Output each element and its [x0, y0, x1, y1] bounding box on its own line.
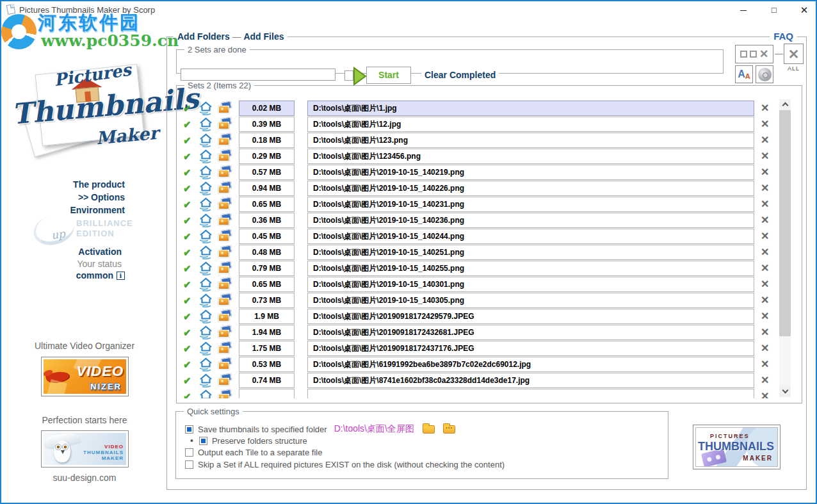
pictures-stack-icon[interactable]	[218, 294, 232, 306]
rebuild-thumbnail-icon[interactable]	[198, 117, 213, 134]
scroll-down-button[interactable]	[779, 386, 791, 397]
scroll-up-button[interactable]	[779, 99, 791, 110]
pictures-stack-icon[interactable]	[218, 278, 232, 290]
delete-item-icon[interactable]: ✕	[761, 278, 769, 290]
delete-item-icon[interactable]: ✕	[761, 134, 769, 146]
rebuild-thumbnail-icon[interactable]	[198, 277, 213, 294]
list-item[interactable]: ✔0.65 MBD:\tools\桌面\图片\2019-10-15_140231…	[181, 197, 776, 213]
rebuild-thumbnail-icon[interactable]	[198, 133, 213, 150]
pictures-stack-icon[interactable]	[218, 118, 232, 130]
delete-item-icon[interactable]: ✕	[761, 166, 769, 178]
pictures-stack-icon[interactable]	[218, 246, 232, 258]
faq-link[interactable]: FAQ	[770, 31, 797, 42]
item-path[interactable]: D:\tools\桌面\图片\123456.png	[307, 149, 754, 164]
rebuild-thumbnail-icon[interactable]	[198, 373, 213, 390]
item-path[interactable]: D:\tools\桌面\图片\2019-10-15_140251.png	[307, 245, 754, 260]
clear-completed-button[interactable]: Clear Completed	[421, 68, 499, 83]
item-path[interactable]: D:\tools\桌面\图片\61991992bea6be3897b7c02e2…	[307, 357, 754, 372]
close-button[interactable]: ✕	[797, 3, 811, 17]
delete-item-icon[interactable]: ✕	[761, 118, 769, 130]
pictures-stack-icon[interactable]	[218, 262, 232, 274]
rebuild-thumbnail-icon[interactable]	[198, 309, 213, 326]
pictures-stack-icon[interactable]	[218, 374, 232, 386]
item-path[interactable]: D:\tools\桌面\图片\2019-10-15_140231.png	[307, 197, 754, 212]
info-icon[interactable]: i	[117, 272, 125, 280]
list-item[interactable]: ✔0.29 MBD:\tools\桌面\图片\123456.png✕	[181, 149, 776, 165]
item-path[interactable]: D:\tools\桌面\图片\2019-10-15_140226.png	[307, 181, 754, 196]
disc-button[interactable]	[756, 65, 773, 83]
delete-item-icon[interactable]: ✕	[761, 214, 769, 226]
play-icon[interactable]	[353, 67, 367, 88]
list-item[interactable]: ✔0.39 MBD:\tools\桌面\图片\12.jpg✕	[181, 117, 776, 133]
item-path[interactable]: D:\tools\桌面\图片\2019-10-15_140255.png	[307, 261, 754, 276]
delete-item-icon[interactable]: ✕	[761, 374, 769, 386]
add-files-button[interactable]: Add Files	[243, 31, 284, 42]
add-folders-button[interactable]: Add Folders	[177, 31, 230, 42]
option-separate-file[interactable]: Output each Tile to a separate file	[185, 448, 322, 457]
list-item[interactable]: ✔0.02 MBD:\tools\桌面\图片\1.jpg✕	[181, 101, 776, 117]
rebuild-thumbnail-icon[interactable]	[198, 261, 213, 278]
open-folder-icon[interactable]	[423, 425, 435, 434]
rebuild-thumbnail-icon[interactable]	[198, 389, 213, 398]
nav-the-product[interactable]: The product	[1, 178, 125, 191]
pictures-stack-icon[interactable]	[218, 150, 232, 162]
item-path[interactable]: D:\tools\桌面\图片\2019-10-15_140244.png	[307, 229, 754, 244]
rebuild-thumbnail-icon[interactable]	[198, 341, 213, 358]
item-path[interactable]: D:\tools\桌面\图片\2019-10-15_140305.png	[307, 293, 754, 308]
rebuild-thumbnail-icon[interactable]	[198, 245, 213, 262]
pictures-stack-icon[interactable]	[218, 230, 232, 242]
item-path[interactable]: D:\tools\桌面\图片\12.jpg	[307, 117, 754, 132]
scrollbar-thumb[interactable]	[779, 110, 791, 336]
pictures-stack-icon[interactable]	[218, 342, 232, 354]
list-item[interactable]: ✔0.57 MBD:\tools\桌面\图片\2019-10-15_140219…	[181, 165, 776, 181]
skip-set-checkbox[interactable]	[185, 460, 193, 469]
pictures-stack-icon[interactable]	[218, 390, 232, 398]
item-path[interactable]: D:\tools\桌面\图片\20190918172432681.JPEG	[307, 325, 754, 340]
rebuild-thumbnail-icon[interactable]	[198, 181, 213, 198]
rebuild-thumbnail-icon[interactable]	[198, 101, 213, 118]
pictures-stack-icon[interactable]	[218, 310, 232, 322]
maximize-button[interactable]: □	[767, 3, 781, 17]
list-item[interactable]: ✔1.94 MBD:\tools\桌面\图片\20190918172432681…	[181, 325, 776, 341]
list-item[interactable]: ✔0.18 MBD:\tools\桌面\图片\123.png✕	[181, 133, 776, 149]
item-path[interactable]: D:\tools\桌面\图片\123.png	[307, 133, 754, 148]
list-item[interactable]: ✔✕	[181, 389, 776, 398]
list-item[interactable]: ✔0.48 MBD:\tools\桌面\图片\2019-10-15_140251…	[181, 245, 776, 261]
suu-design-link[interactable]: suu-design.com	[19, 473, 150, 483]
pictures-stack-icon[interactable]	[218, 326, 232, 338]
rebuild-thumbnail-icon[interactable]	[198, 197, 213, 214]
option-preserve-structure[interactable]: • Preserve folders structure	[190, 435, 307, 446]
delete-item-icon[interactable]: ✕	[761, 294, 769, 306]
rebuild-thumbnail-icon[interactable]	[198, 229, 213, 246]
nav-options[interactable]: >> Options	[1, 191, 125, 204]
list-item[interactable]: ✔0.74 MBD:\tools\桌面\图片\8741e1602bf38c0a2…	[181, 373, 776, 389]
videonizer-banner[interactable]: VIDEO NIZER	[41, 357, 129, 396]
rebuild-thumbnail-icon[interactable]	[198, 213, 213, 230]
list-item[interactable]: ✔1.75 MBD:\tools\桌面\图片\20190918172437176…	[181, 341, 776, 357]
item-path[interactable]: D:\tools\桌面\图片\1.jpg	[307, 101, 754, 116]
delete-item-icon[interactable]: ✕	[761, 358, 769, 370]
item-path[interactable]: D:\tools\桌面\图片\20190918172429579.JPEG	[307, 309, 754, 324]
minimize-button[interactable]: ─	[736, 3, 750, 17]
delete-item-icon[interactable]: ✕	[761, 246, 769, 258]
nav-activation[interactable]: Activation	[1, 247, 122, 257]
nav-common[interactable]: commoni	[1, 270, 125, 281]
delete-item-icon[interactable]: ✕	[761, 150, 769, 162]
list-item[interactable]: ✔0.45 MBD:\tools\桌面\图片\2019-10-15_140244…	[181, 229, 776, 245]
item-path[interactable]: D:\tools\桌面\图片\2019-10-15_140301.png	[307, 277, 754, 292]
rebuild-thumbnail-icon[interactable]	[198, 293, 213, 310]
delete-item-icon[interactable]: ✕	[761, 198, 769, 210]
item-path[interactable]: D:\tools\桌面\图片\2019-10-15_140219.png	[307, 165, 754, 180]
item-path[interactable]	[307, 389, 754, 398]
close-set-button[interactable]: ✕	[735, 45, 773, 63]
delete-item-icon[interactable]: ✕	[761, 310, 769, 322]
delete-item-icon[interactable]: ✕	[761, 262, 769, 274]
list-scrollbar[interactable]	[779, 99, 791, 397]
rebuild-thumbnail-icon[interactable]	[198, 325, 213, 342]
list-item[interactable]: ✔0.73 MBD:\tools\桌面\图片\2019-10-15_140305…	[181, 293, 776, 309]
start-button[interactable]: Start	[366, 67, 411, 84]
separate-file-checkbox[interactable]	[185, 448, 193, 457]
delete-item-icon[interactable]: ✕	[761, 230, 769, 242]
font-settings-button[interactable]: AA	[735, 65, 753, 83]
pictures-stack-icon[interactable]	[218, 214, 232, 226]
